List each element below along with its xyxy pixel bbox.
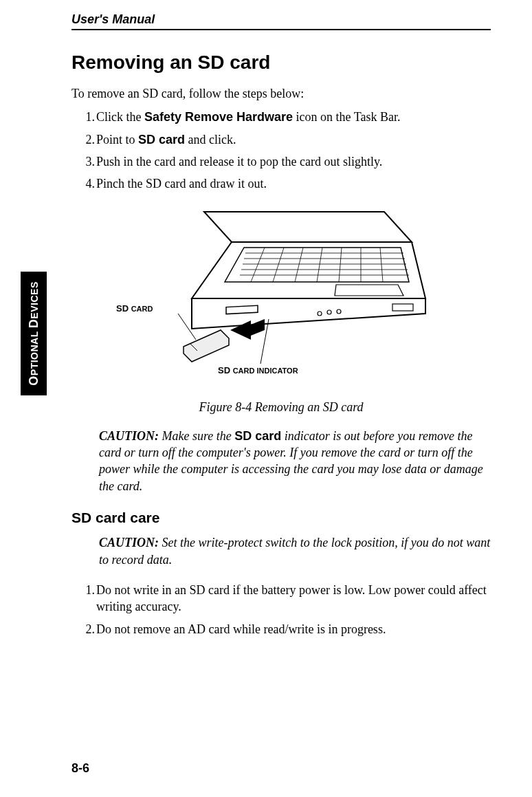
figure-caption: Figure 8-4 Removing an SD card [71,399,491,415]
side-tab-char: D [27,319,41,329]
side-tab-part: PTIONAL [29,328,40,375]
side-tab-label: OPTIONAL DEVICES [25,281,42,385]
caution-block: CAUTION: Make sure the SD card indicator… [99,428,491,494]
running-head: User's Manual [71,11,491,29]
svg-marker-15 [335,285,403,296]
label-small: CARD INDICATOR [233,367,298,375]
step-bold: SD card [138,133,185,146]
laptop-illustration [130,209,432,381]
caution-label: CAUTION: [99,536,159,549]
manual-page: User's Manual OPTIONAL DEVICES Removing … [0,0,532,797]
caution-bold: SD card [234,429,281,443]
step-text: Click the [96,110,144,124]
step-text: Point to [96,133,138,146]
subsection-heading: SD card care [71,508,491,527]
list-item: Do not write in an SD card if the batter… [88,582,491,615]
list-item: Push in the card and release it to pop t… [88,153,491,170]
side-tab-optional-devices: OPTIONAL DEVICES [21,272,47,395]
svg-rect-17 [226,305,258,314]
svg-marker-22 [184,330,229,362]
step-text: icon on the Task Bar. [293,110,400,124]
step-bold: Safety Remove Hardware [144,110,293,124]
label-big: SD [218,365,233,375]
label-small: CARD [131,305,153,313]
list-item: Click the Safety Remove Hardware icon on… [88,109,491,125]
step-text: and click. [185,133,236,146]
svg-point-18 [318,312,322,316]
svg-point-20 [337,309,341,314]
list-item: Do not remove an AD card while read/writ… [88,621,491,637]
caution-block: CAUTION: Set the write-protect switch to… [99,534,491,568]
caution-text: Make sure the [159,429,234,443]
figure-label-sd-indicator: SD CARD INDICATOR [218,364,298,377]
header-rule [71,29,491,30]
side-tab-char: O [27,375,41,386]
label-big: SD [116,303,131,314]
svg-marker-0 [204,212,412,242]
caution-label: CAUTION: [99,429,159,443]
svg-point-19 [327,310,331,314]
care-steps-list: Do not write in an SD card if the batter… [71,582,491,637]
list-item: Point to SD card and click. [88,131,491,148]
removal-steps-list: Click the Safety Remove Hardware icon on… [71,109,491,192]
figure-label-sd-card: SD CARD [116,303,153,315]
lead-paragraph: To remove an SD card, follow the steps b… [71,85,491,102]
svg-rect-21 [392,304,413,311]
figure-sd-card: SD CARD SD CARD INDICATOR [130,209,432,381]
list-item: Pinch the SD card and draw it out. [88,175,491,192]
side-tab-part: EVICES [29,281,40,318]
page-number: 8-6 [71,760,89,776]
section-heading: Removing an SD card [71,50,491,76]
